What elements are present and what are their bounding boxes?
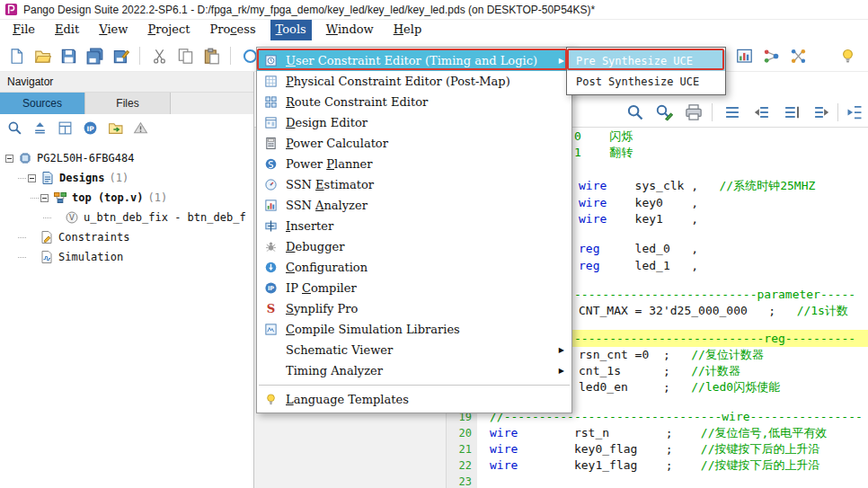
- expand-toggle[interactable]: [5, 155, 13, 163]
- ip-badge-button[interactable]: IP: [83, 120, 98, 136]
- bulb-button[interactable]: [837, 45, 858, 67]
- uce-submenu: Pre Synthesize UCEPost Synthesize UCE: [566, 47, 726, 95]
- menu-item-user-constraint-editor-timing-and-logic[interactable]: User Constraint Editor (Timing and Logic…: [257, 50, 571, 71]
- designs-doc-icon: [40, 171, 55, 185]
- indent-r-button[interactable]: [844, 102, 865, 123]
- list-4-button[interactable]: [810, 102, 832, 123]
- tech-viewer-button[interactable]: [787, 45, 809, 67]
- code-comment: --------------------------parameter-----: [574, 288, 855, 301]
- search-edit-button[interactable]: [653, 102, 675, 123]
- print-button[interactable]: [683, 102, 704, 123]
- tree-item-pg2l50h-6fbg484[interactable]: PG2L50H-6FBG484: [0, 148, 253, 168]
- folder-export-button[interactable]: [108, 120, 123, 136]
- menubar-item-project[interactable]: Project: [142, 20, 195, 40]
- tree-item-designs[interactable]: Designs(1): [0, 168, 253, 188]
- code-keyword: wire: [579, 179, 607, 192]
- nav-expand-icon: [32, 120, 48, 136]
- pango-logo-icon: [4, 3, 18, 16]
- nav-expand-button[interactable]: [32, 120, 48, 136]
- tree-item-simulation[interactable]: Simulation: [0, 247, 253, 267]
- menu-item-power-calculator[interactable]: Power Calculator: [257, 133, 571, 154]
- nav-grid-icon: [58, 120, 73, 136]
- open-folder-button[interactable]: [31, 45, 53, 67]
- menu-item-route-constraint-editor[interactable]: Route Constraint Editor: [257, 92, 571, 112]
- code-text: rsn_cnt =0 ;: [579, 348, 670, 361]
- code-comment: //按键按下后的上升沿: [673, 458, 820, 472]
- tree-item-constraints[interactable]: Constraints: [0, 227, 253, 247]
- nav-grid-button[interactable]: [58, 120, 73, 136]
- menu-item-label: Power Planner: [286, 157, 564, 171]
- menubar-item-tools[interactable]: Tools: [270, 20, 312, 40]
- title-bar: Pango Design Suite 2022.2-SP6.1 - D:/fpg…: [0, 0, 868, 20]
- menu-item-configuration[interactable]: Configuration: [257, 257, 571, 278]
- menubar-item-view[interactable]: View: [93, 20, 133, 40]
- menu-item-label: Route Constraint Editor: [286, 95, 564, 109]
- menu-item-physical-constraint-editor-post-map[interactable]: Physical Constraint Editor (Post-Map): [257, 71, 571, 92]
- menu-item-ip-compiler[interactable]: IPIP Compiler: [257, 278, 571, 298]
- toolbar-misc-group: [837, 45, 858, 67]
- menu-item-language-templates[interactable]: Language Templates: [257, 389, 571, 410]
- new-doc-button[interactable]: [5, 45, 27, 67]
- menu-item-synplify-pro[interactable]: SSynplify Pro: [257, 298, 571, 319]
- m-debug-icon: [264, 240, 278, 253]
- list-2-button[interactable]: [751, 102, 773, 123]
- menu-item-label: SSN Analyzer: [286, 199, 564, 212]
- search-button[interactable]: [624, 102, 646, 123]
- code-line: ---------------------------reg----------: [574, 331, 855, 347]
- code-comment: //计数器: [670, 364, 740, 377]
- menu-item-inserter[interactable]: Inserter: [257, 216, 571, 236]
- menu-item-label: Design Editor: [286, 116, 564, 129]
- navigator-tabs: SourcesFiles: [0, 93, 253, 114]
- paste-button[interactable]: [200, 45, 222, 67]
- bulb-icon: [839, 48, 856, 65]
- tab-sources[interactable]: Sources: [0, 93, 85, 114]
- menubar-item-window[interactable]: Window: [321, 20, 379, 40]
- tree-item-label: Constraints: [58, 231, 129, 244]
- submenu-item-pre-synthesize-uce[interactable]: Pre Synthesize UCE: [567, 50, 725, 71]
- menu-item-design-editor[interactable]: Design Editor: [257, 112, 571, 133]
- m-syn-icon: S: [264, 302, 278, 315]
- blank-icon: [264, 343, 278, 357]
- module-block-icon: [53, 191, 67, 205]
- menubar-item-edit[interactable]: Edit: [49, 20, 84, 40]
- code-text: rst_n ;: [518, 426, 672, 439]
- menubar-item-process[interactable]: Process: [204, 20, 261, 40]
- save-all-icon: [86, 48, 103, 65]
- nav-search-button[interactable]: [7, 120, 22, 136]
- expand-toggle[interactable]: [40, 194, 49, 202]
- tab-files[interactable]: Files: [85, 93, 171, 114]
- application-window: Pango Design Suite 2022.2-SP6.1 - D:/fpg…: [0, 0, 868, 488]
- warning-button[interactable]: [133, 120, 148, 136]
- chart-window-button[interactable]: [733, 45, 755, 67]
- menu-item-power-planner[interactable]: Power Planner: [257, 154, 571, 174]
- tree-item-u-btn-deb-fix-btn-deb-f[interactable]: Vu_btn_deb_fix - btn_deb_f: [0, 208, 253, 227]
- save-edit-button[interactable]: [110, 45, 131, 67]
- expand-toggle[interactable]: [28, 174, 36, 182]
- menu-item-compile-simulation-libraries[interactable]: Compile Simulation Libraries: [257, 319, 571, 340]
- copy-button[interactable]: [174, 45, 196, 67]
- save-button[interactable]: [58, 45, 79, 67]
- tree-connector: [43, 217, 51, 218]
- menu-item-debugger[interactable]: Debugger: [257, 236, 571, 257]
- menu-item-timing-analyzer[interactable]: Timing Analyzer▶: [257, 360, 571, 381]
- menu-item-ssn-analyzer[interactable]: SSN Analyzer: [257, 195, 571, 216]
- cut-button[interactable]: [148, 45, 170, 67]
- code-keyword: wire: [490, 442, 518, 456]
- menu-item-ssn-estimator[interactable]: SSN Estimator: [257, 174, 571, 195]
- window-title: Pango Design Suite 2022.2-SP6.1 - D:/fpg…: [23, 4, 595, 16]
- svg-text:V: V: [69, 213, 75, 222]
- menu-item-label: Debugger: [286, 240, 564, 253]
- menu-item-schematic-viewer[interactable]: Schematic Viewer▶: [257, 340, 571, 360]
- tree-item-top-top-v[interactable]: top (top.v)(1): [0, 188, 253, 208]
- menubar-item-help[interactable]: Help: [388, 20, 428, 40]
- save-all-button[interactable]: [84, 45, 105, 67]
- submenu-item-post-synthesize-uce[interactable]: Post Synthesize UCE: [567, 71, 725, 92]
- menubar-item-file[interactable]: File: [7, 20, 40, 40]
- list-3-button[interactable]: [781, 102, 802, 123]
- tree-item-label: u_btn_deb_fix - btn_deb_f: [84, 211, 246, 224]
- rtl-viewer-icon: [763, 48, 780, 65]
- open-folder-icon: [34, 48, 51, 65]
- folder-export-icon: [108, 120, 123, 136]
- rtl-viewer-button[interactable]: [760, 45, 782, 67]
- list-1-button[interactable]: [722, 102, 743, 123]
